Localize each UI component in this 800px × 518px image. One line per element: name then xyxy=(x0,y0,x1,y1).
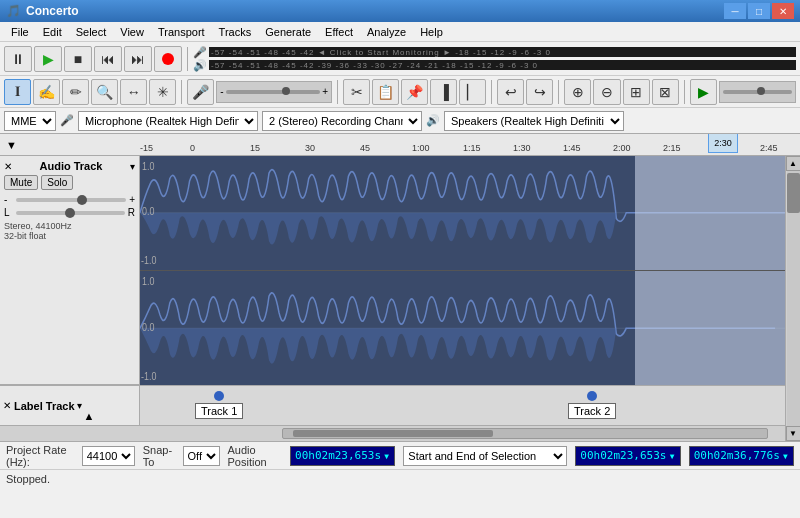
label-track-menu-icon[interactable]: ▾ xyxy=(77,400,82,411)
time-shift-button[interactable]: ↔ xyxy=(120,79,147,105)
menu-select[interactable]: Select xyxy=(69,24,114,40)
menu-analyze[interactable]: Analyze xyxy=(360,24,413,40)
label-track-arrow-up[interactable]: ▲ xyxy=(84,410,95,422)
pause-button[interactable]: ⏸ xyxy=(4,46,32,72)
stop-button[interactable]: ■ xyxy=(64,46,92,72)
menu-effect[interactable]: Effect xyxy=(318,24,360,40)
playhead[interactable]: 2:30 xyxy=(708,134,738,153)
silence-button[interactable]: ▏ xyxy=(459,79,486,105)
scroll-down-button[interactable]: ▼ xyxy=(786,426,801,441)
cut-button[interactable]: ✂ xyxy=(343,79,370,105)
vscroll-thumb[interactable] xyxy=(787,173,800,213)
redo-button[interactable]: ↪ xyxy=(526,79,553,105)
time-mark-0: 0 xyxy=(190,143,195,153)
label-track-row: ✕ Label Track ▾ ▲ Track 1 Track 2 xyxy=(0,386,785,426)
timeline[interactable]: ▼ -15 0 15 30 45 1:00 1:15 1:30 1:45 2:0… xyxy=(0,134,800,156)
playback-speed-slider[interactable] xyxy=(719,81,796,103)
play-at-speed-btn[interactable]: ▶ xyxy=(690,79,717,105)
menu-transport[interactable]: Transport xyxy=(151,24,212,40)
output-meter[interactable]: -57 -54 -51 -48 -45 -42 -39 -36 -33 -30 … xyxy=(209,60,796,70)
selection-tool-button[interactable]: 𝐈 xyxy=(4,79,31,105)
audio-track-row: ✕ Audio Track ▾ Mute Solo - + xyxy=(0,156,785,386)
close-label-track-icon[interactable]: ✕ xyxy=(3,400,11,411)
solo-button[interactable]: Solo xyxy=(41,175,73,190)
menu-edit[interactable]: Edit xyxy=(36,24,69,40)
zoom-in-button[interactable]: ⊕ xyxy=(564,79,591,105)
horizontal-scrollbar-area xyxy=(0,426,785,441)
label-box-2[interactable]: Track 2 xyxy=(568,403,616,419)
svg-text:-1.0: -1.0 xyxy=(141,254,156,266)
selection-start-display[interactable]: 00h02m23,653s ▾ xyxy=(575,446,680,466)
close-track-icon[interactable]: ✕ xyxy=(4,161,12,172)
label-box-1[interactable]: Track 1 xyxy=(195,403,243,419)
timeline-ruler: -15 0 15 30 45 1:00 1:15 1:30 1:45 2:00 … xyxy=(140,134,800,155)
draw-tool-button[interactable]: ✏ xyxy=(62,79,89,105)
menu-file[interactable]: File xyxy=(4,24,36,40)
zoom-out-button[interactable]: ⊖ xyxy=(593,79,620,105)
label-marker-2[interactable]: Track 2 xyxy=(568,391,616,419)
label-marker-1[interactable]: Track 1 xyxy=(195,391,243,419)
menu-help[interactable]: Help xyxy=(413,24,450,40)
horizontal-scrollbar[interactable] xyxy=(282,428,768,439)
zoom-tool-button[interactable]: 🔍 xyxy=(91,79,118,105)
gain-plus-icon: + xyxy=(129,194,135,205)
minus-icon: - xyxy=(220,86,223,97)
undo-button[interactable]: ↩ xyxy=(497,79,524,105)
menu-generate[interactable]: Generate xyxy=(258,24,318,40)
input-level-btn[interactable]: 🎤 xyxy=(187,79,214,105)
meter-scale-bottom: -57 -54 -51 -48 -45 -42 -39 -36 -33 -30 … xyxy=(211,61,538,70)
maximize-button[interactable]: □ xyxy=(748,3,770,19)
zoom-fit-button[interactable]: ⊞ xyxy=(623,79,650,105)
track-menu-icon[interactable]: ▾ xyxy=(130,161,135,172)
record-button[interactable] xyxy=(154,46,182,72)
sample-rate-info: Stereo, 44100Hz xyxy=(4,221,135,231)
forward-button[interactable]: ⏭ xyxy=(124,46,152,72)
input-device-select[interactable]: Microphone (Realtek High Defini xyxy=(78,111,258,131)
speaker-device-icon: 🔊 xyxy=(426,114,440,127)
output-device-select[interactable]: Speakers (Realtek High Definiti xyxy=(444,111,624,131)
audio-position-display[interactable]: 00h02m23,653s ▾ xyxy=(290,446,395,466)
input-slider-thumb[interactable] xyxy=(282,87,290,95)
menu-tracks[interactable]: Tracks xyxy=(212,24,259,40)
status-text: Stopped. xyxy=(6,473,50,485)
audio-position-dropdown[interactable]: ▾ xyxy=(383,449,390,463)
speed-slider-thumb[interactable] xyxy=(757,87,765,95)
pan-slider-thumb[interactable] xyxy=(65,208,75,218)
label-track-waveform[interactable]: Track 1 Track 2 xyxy=(140,386,785,425)
host-select[interactable]: MME xyxy=(4,111,56,131)
vscroll-track[interactable] xyxy=(787,171,800,426)
copy-button[interactable]: 📋 xyxy=(372,79,399,105)
transport-toolbar: ⏸ ▶ ■ ⏮ ⏭ 🎤 -57 -54 -51 -48 -45 -42 ◄ Cl… xyxy=(0,42,800,76)
label-pin-1 xyxy=(214,391,224,401)
speaker-icon: 🔊 xyxy=(193,59,207,72)
scroll-up-button[interactable]: ▲ xyxy=(786,156,801,171)
selection-mode-select[interactable]: Start and End of Selection Start and Len… xyxy=(403,446,567,466)
zoom-selection-button[interactable]: ⊠ xyxy=(652,79,679,105)
project-rate-select[interactable]: 44100 22050 48000 xyxy=(82,446,135,466)
channels-select[interactable]: 2 (Stereo) Recording Channels xyxy=(262,111,422,131)
audio-track-name: Audio Track xyxy=(40,160,103,172)
input-level-slider[interactable]: - + xyxy=(216,81,332,103)
menu-view[interactable]: View xyxy=(113,24,151,40)
mute-button[interactable]: Mute xyxy=(4,175,38,190)
snap-to-select[interactable]: Off On xyxy=(183,446,220,466)
paste-button[interactable]: 📌 xyxy=(401,79,428,105)
envelope-tool-button[interactable]: ✍ xyxy=(33,79,60,105)
selection-end-value: 00h02m36,776s xyxy=(694,449,780,462)
gain-slider-thumb[interactable] xyxy=(77,195,87,205)
audio-position-label: Audio Position xyxy=(228,444,283,468)
selection-end-display[interactable]: 00h02m36,776s ▾ xyxy=(689,446,794,466)
close-button[interactable]: ✕ xyxy=(772,3,794,19)
selection-start-dropdown[interactable]: ▾ xyxy=(668,449,675,463)
multi-tool-button[interactable]: ✳ xyxy=(149,79,176,105)
input-meter[interactable]: -57 -54 -51 -48 -45 -42 ◄ Click to Start… xyxy=(209,47,796,57)
trim-button[interactable]: ▐ xyxy=(430,79,457,105)
timeline-dropdown-icon[interactable]: ▼ xyxy=(6,139,17,151)
selection-end-dropdown[interactable]: ▾ xyxy=(782,449,789,463)
waveform-area[interactable]: 1.0 0.0 -1.0 1.0 0.0 -1.0 xyxy=(140,156,785,385)
scrollbar-thumb[interactable] xyxy=(293,430,493,437)
meter-scale-top: -57 -54 -51 -48 -45 -42 ◄ Click to Start… xyxy=(211,48,551,57)
minimize-button[interactable]: ─ xyxy=(724,3,746,19)
play-button[interactable]: ▶ xyxy=(34,46,62,72)
rewind-button[interactable]: ⏮ xyxy=(94,46,122,72)
